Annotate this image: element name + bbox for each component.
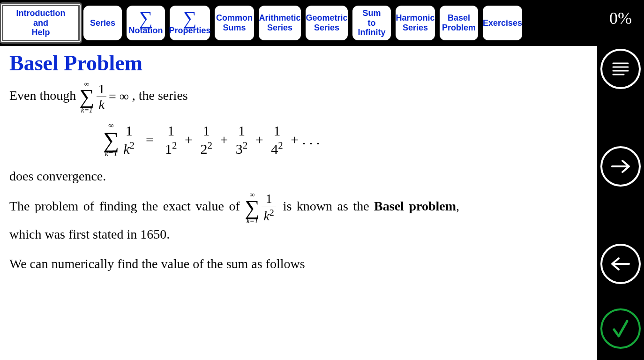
sum-sigma-icon: ∑ [103,130,119,150]
fraction: 122 [198,124,215,156]
frac-num: 1 [264,192,274,206]
tab-10[interactable]: Exercises [482,5,523,41]
tab-label: Properties [169,26,210,36]
tab-label: Series [90,18,115,28]
p1-text-b: , the series [132,88,188,103]
tab-label: GeometricSeries [306,13,347,32]
plus: + [291,132,299,148]
prev-button[interactable] [600,244,641,284]
progress-percent: 0% [609,8,632,37]
check-button[interactable] [600,308,641,349]
fraction: 1k2 [121,124,137,156]
tab-label: IntroductionandHelp [16,8,66,38]
check-icon [607,315,634,342]
paragraph-2: does convergence. [9,166,588,187]
sigma-icon: ∑ [129,11,163,26]
ellipsis: . . . [302,132,320,148]
tab-7[interactable]: SumtoInfinity [352,5,392,41]
tab-9[interactable]: BaselProblem [439,5,479,41]
summation: ∞∑k=1 [103,122,119,158]
tab-label: Notation [129,26,163,36]
harmonic-equals-infty: = ∞ [109,86,129,107]
p3-bold: Basel problem [374,199,456,213]
fraction: 132 [233,124,250,156]
p3-text-a: The problem of finding the exact value o… [9,199,245,213]
fraction: 142 [269,124,285,156]
basel-expansion-display: ∞∑k=11k2 = 112+122+132+142+ . . . [103,122,588,158]
frac-num: 1 [96,82,106,97]
sum-lower: k=1 [81,106,93,113]
tab-5[interactable]: ArithmeticSeries [258,5,302,41]
next-button[interactable] [600,146,641,187]
sigma-icon: ∑ [169,11,210,26]
tab-label: BaselProblem [442,13,476,32]
tab-label: SumtoInfinity [358,8,386,38]
p1-text-a: Even though [9,88,79,103]
page-title: Basel Problem [9,51,588,75]
tab-4[interactable]: CommonSums [214,5,255,41]
tab-0[interactable]: IntroductionandHelp [2,5,80,41]
paragraph-3: The problem of finding the exact value o… [9,191,459,245]
tab-2[interactable]: ∑Notation [126,5,166,41]
tab-bar: IntroductionandHelpSeries∑Notation∑Prope… [0,0,597,46]
frac-den: k [97,97,106,111]
tab-label: Exercises [483,18,522,28]
sidebar: 0% [597,0,644,360]
fraction: 112 [163,124,179,156]
menu-icon [610,58,631,80]
menu-button[interactable] [600,49,641,89]
tab-label: ArithmeticSeries [259,13,301,32]
sum-lower: k=1 [247,217,258,224]
plus: + [220,132,228,148]
frac-den: k2 [262,207,276,223]
tab-label: CommonSums [216,13,253,32]
harmonic-sum-inline: ∞ ∑ k=1 1 k = ∞ [79,80,128,113]
tab-label: HarmonicSeries [396,13,434,32]
basel-sum-inline: ∞ ∑ k=1 1 k2 [245,191,278,224]
equals: = [146,132,154,148]
sum-sigma-icon: ∑ [79,87,94,106]
tab-8[interactable]: HarmonicSeries [395,5,436,41]
p3-text-b: is known as the [283,199,374,213]
content-area: Basel Problem Even though ∞ ∑ k=1 1 k = … [0,46,597,360]
tab-6[interactable]: GeometricSeries [305,5,349,41]
paragraph-4: We can numerically find the value of the… [9,254,588,275]
arrow-right-icon [608,154,633,179]
sum-sigma-icon: ∑ [245,198,260,217]
tab-1[interactable]: Series [82,5,123,41]
plus: + [255,132,263,148]
tab-3[interactable]: ∑Properties [169,5,211,41]
arrow-left-icon [608,252,633,276]
plus: + [185,132,193,148]
paragraph-1: Even though ∞ ∑ k=1 1 k = ∞ , the series [9,80,588,113]
